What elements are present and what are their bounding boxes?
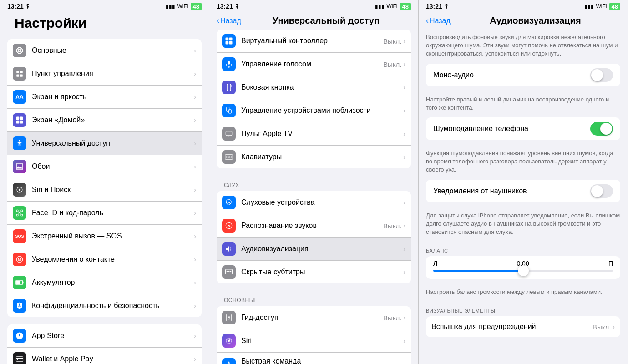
svg-rect-33: [228, 61, 230, 65]
slukh-header: СЛУХ: [217, 176, 411, 191]
hearing-label: Слуховые устройства: [241, 198, 403, 207]
back-button-3[interactable]: ‹ Назад: [426, 16, 451, 25]
settings-item-appstore[interactable]: App Store ›: [7, 324, 202, 348]
settings-item-contact[interactable]: Уведомления о контакте ›: [7, 248, 202, 271]
appstore-chevron: ›: [194, 332, 196, 339]
headphone-toggle[interactable]: [590, 184, 613, 198]
settings-item-siri[interactable]: Siri и Поиск ›: [7, 178, 202, 202]
contact-label: Уведомления о контакте: [32, 255, 194, 263]
svg-rect-16: [21, 214, 23, 216]
contact-chevron: ›: [194, 256, 196, 263]
back-chevron-2: ‹: [217, 16, 219, 25]
siri-text: Siri и Поиск: [32, 186, 194, 194]
status-bar-3: 13:21 ▮▮▮ WiFi 48: [419, 0, 628, 13]
svg-rect-3: [16, 75, 19, 77]
acc-item-siri2[interactable]: Siri ›: [217, 329, 411, 353]
sos-chevron: ›: [194, 233, 196, 240]
balance-slider-thumb[interactable]: [518, 265, 529, 276]
status-icons-3: ▮▮▮ WiFi 48: [584, 3, 620, 10]
acc-item-virtual[interactable]: Виртуальный контроллер Выкл. ›: [217, 30, 411, 53]
acc-item-side[interactable]: Боковая кнопка ›: [217, 76, 411, 99]
svg-point-55: [228, 317, 230, 319]
acc-item-sounds[interactable]: Распознавание звуков Выкл. ›: [217, 214, 411, 238]
guided-right: Выкл. ›: [383, 314, 405, 322]
subtitles-label: Скрытые субтитры: [241, 268, 403, 276]
headphone-knob: [591, 185, 603, 197]
balance-description: Настроить баланс громкости между левым и…: [419, 286, 628, 302]
appstore-text: App Store: [32, 332, 194, 340]
acc-item-guided[interactable]: Гид-доступ Выкл. ›: [217, 306, 411, 329]
wallet-icon: [13, 352, 26, 364]
shortcut-icon: [222, 358, 236, 364]
settings-item-faceid[interactable]: Face ID и код-пароль ›: [7, 202, 202, 225]
status-bar-1: 13:21 ▮▮▮ WiFi 48: [0, 0, 209, 13]
svg-rect-50: [226, 269, 233, 274]
time-1: 13:21: [7, 3, 24, 10]
mono-audio-toggle[interactable]: [590, 68, 613, 82]
oboi-text: Обои: [32, 162, 194, 171]
settings-item-wallet[interactable]: Wallet и Apple Pay ›: [7, 348, 202, 364]
balance-container: Л 0,00 П: [426, 256, 620, 279]
status-icons-1: ▮▮▮ WiFi 48: [166, 3, 202, 10]
balance-slider-track[interactable]: [433, 270, 613, 272]
noise-reduction-label: Шумоподавление телефона: [433, 125, 590, 133]
sos-icon: SOS: [13, 229, 26, 243]
oboi-label: Обои: [32, 162, 194, 171]
svg-point-65: [446, 6, 447, 8]
settings-item-privacy[interactable]: Конфиденциальность и безопасность ›: [7, 294, 202, 317]
subtitles-text: Скрытые субтитры: [241, 268, 403, 276]
mono-audio-row: Моно-аудио: [426, 64, 620, 86]
accessibility-group-slukh: Слуховые устройства › Распознавание звук…: [217, 191, 411, 283]
status-time-1: 13:21: [7, 3, 30, 10]
osnovnye-icon: [13, 44, 26, 57]
acc-item-shortcut[interactable]: Быстрая команда Виртуальный контроллер ›: [217, 353, 411, 364]
svg-rect-2: [20, 71, 23, 73]
signal-icon-3: ▮▮▮: [584, 3, 594, 10]
svg-rect-13: [16, 210, 18, 212]
oboi-right: ›: [194, 163, 196, 170]
wallet-chevron: ›: [194, 355, 196, 363]
acc-item-audio[interactable]: Аудиовизуализация ›: [217, 238, 411, 261]
headphone-label: Уведомления от наушников: [433, 187, 590, 195]
back-button-2[interactable]: ‹ Назад: [217, 16, 241, 25]
keyboards-right: ›: [403, 153, 405, 161]
settings-item-dom[interactable]: Экран «Домой» ›: [7, 109, 202, 132]
svg-point-20: [19, 259, 20, 260]
svg-point-9: [19, 140, 20, 142]
accessibility-list: Виртуальный контроллер Выкл. › Управлени…: [209, 30, 418, 364]
location-icon-2: [235, 4, 239, 9]
acc-item-hearing[interactable]: Слуховые устройства ›: [217, 191, 411, 214]
svg-rect-6: [20, 117, 23, 120]
acc-item-devices[interactable]: Управление устройствами поблизости ›: [217, 99, 411, 122]
acc-item-voice[interactable]: Управление голосом Выкл. ›: [217, 53, 411, 76]
settings-item-dostup[interactable]: Универсальный доступ ›: [7, 132, 202, 155]
hearing-icon: [222, 196, 236, 209]
settings-item-battery[interactable]: Аккумулятор ›: [7, 271, 202, 294]
flash-alerts-text: Вспышка для предупреждений: [431, 323, 593, 331]
voice-value: Выкл.: [383, 61, 401, 68]
acc-item-keyboards[interactable]: Клавиатуры ›: [217, 146, 411, 168]
acc-item-subtitles[interactable]: Скрытые субтитры ›: [217, 261, 411, 283]
faceid-right: ›: [194, 209, 196, 217]
acc-item-appletv[interactable]: Пульт Apple TV ›: [217, 122, 411, 146]
voice-chevron: ›: [403, 61, 405, 68]
flash-alerts-row[interactable]: Вспышка для предупреждений Выкл. ›: [426, 316, 620, 337]
settings-item-punkt[interactable]: Пункт управления ›: [7, 62, 202, 86]
settings-item-oboi[interactable]: Обои ›: [7, 155, 202, 178]
svg-rect-14: [21, 210, 23, 212]
mono-audio-description: Настройте правый и левый динамик на восп…: [419, 94, 628, 117]
battery-icon-1: 48: [191, 3, 202, 10]
settings-item-osnovnye[interactable]: Основные ›: [7, 39, 202, 62]
voice-text: Управление голосом: [241, 60, 383, 68]
settings-item-ekran[interactable]: AA Экран и яркость ›: [7, 86, 202, 109]
sounds-right: Выкл. ›: [383, 222, 405, 230]
wallet-right: ›: [194, 355, 196, 363]
battery-right: ›: [194, 279, 196, 286]
svg-rect-48: [231, 157, 232, 158]
balance-right-label: П: [608, 260, 613, 267]
noise-reduction-toggle[interactable]: [590, 122, 613, 136]
voice-label: Управление голосом: [241, 60, 383, 68]
balance-section-label: БАЛАНС: [419, 242, 628, 256]
settings-item-sos[interactable]: SOS Экстренный вызов — SOS ›: [7, 225, 202, 248]
wallet-text: Wallet и Apple Pay: [32, 355, 194, 363]
